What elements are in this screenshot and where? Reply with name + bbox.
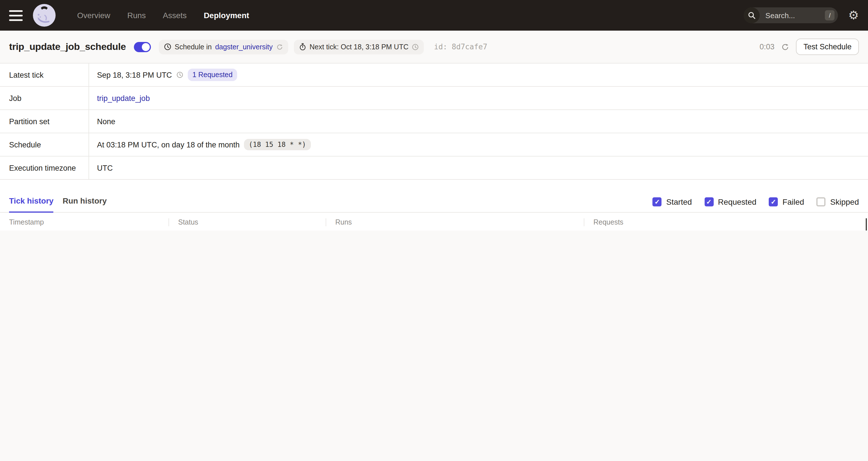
nav-right: / ⚙	[744, 7, 859, 23]
refresh-icon[interactable]	[781, 43, 789, 51]
reload-location-icon[interactable]	[276, 43, 283, 50]
detail-row-latest-tick: Latest tick Sep 18, 3:18 PM UTC 1 Reques…	[0, 64, 868, 87]
checkbox-failed[interactable]	[769, 197, 778, 206]
cron-expression-chip: (18 15 18 * *)	[244, 139, 311, 150]
schedule-toggle[interactable]	[134, 42, 151, 52]
search-icon	[744, 7, 760, 23]
top-nav: Overview Runs Assets Deployment / ⚙	[0, 0, 868, 31]
repo-location-link[interactable]: dagster_university	[215, 43, 273, 51]
nav-item-runs[interactable]: Runs	[127, 11, 146, 20]
tab-run-history[interactable]: Run history	[63, 196, 107, 212]
app-root: Overview Runs Assets Deployment / ⚙ trip…	[0, 0, 868, 230]
column-header-status: Status	[169, 218, 326, 226]
detail-row-schedule: Schedule At 03:18 PM UTC, on day 18 of t…	[0, 133, 868, 157]
status-filters: Started Requested Failed Skipped	[653, 197, 859, 212]
filter-label: Skipped	[830, 197, 859, 206]
clock-icon	[164, 43, 171, 51]
nav-item-overview[interactable]: Overview	[77, 11, 110, 20]
job-link[interactable]: trip_update_job	[97, 94, 150, 102]
detail-label: Latest tick	[0, 64, 89, 86]
next-tick-text: Next tick: Oct 18, 3:18 PM UTC	[309, 43, 408, 51]
detail-label: Partition set	[0, 110, 89, 133]
main-content: Latest tick Sep 18, 3:18 PM UTC 1 Reques…	[0, 63, 868, 230]
schedule-id: id: 8d7cafe7	[434, 42, 487, 51]
filter-label: Started	[666, 197, 692, 206]
filter-requested[interactable]: Requested	[704, 197, 756, 206]
detail-row-timezone: Execution timezone UTC	[0, 157, 868, 180]
table-header-row: Timestamp Status Runs Requests	[0, 212, 868, 230]
test-schedule-button[interactable]: Test Schedule	[796, 39, 859, 55]
page-title: trip_update_job_schedule	[9, 41, 126, 53]
filter-failed[interactable]: Failed	[769, 197, 804, 206]
refresh-countdown: 0:03	[760, 42, 775, 51]
requested-badge[interactable]: 1 Requested	[188, 69, 237, 81]
scrollbar-fragment[interactable]	[866, 218, 867, 230]
checkbox-requested[interactable]	[704, 197, 713, 206]
schedule-details: Latest tick Sep 18, 3:18 PM UTC 1 Reques…	[0, 63, 868, 180]
schedule-location-text: Schedule in	[175, 43, 212, 51]
header-right: 0:03 Test Schedule	[760, 39, 859, 55]
checkbox-started[interactable]	[653, 197, 662, 206]
slash-shortcut-badge: /	[825, 10, 835, 21]
column-header-requests: Requests	[584, 218, 868, 226]
timezone-value: UTC	[97, 164, 113, 172]
tab-tick-history[interactable]: Tick history	[9, 196, 54, 212]
detail-row-partition-set: Partition set None	[0, 110, 868, 133]
search-input[interactable]	[764, 10, 814, 20]
tick-history-table: Timestamp Status Runs Requests Sep 18, 1…	[0, 212, 868, 230]
menu-icon[interactable]	[9, 8, 23, 22]
next-tick-pill: Next tick: Oct 18, 3:18 PM UTC	[293, 39, 424, 54]
tabs-row: Tick history Run history Started Request…	[0, 190, 868, 212]
schedule-location-pill: Schedule in dagster_university	[159, 39, 288, 54]
tabs: Tick history Run history	[9, 196, 107, 212]
dagster-logo-icon[interactable]	[33, 4, 56, 27]
filter-skipped[interactable]: Skipped	[817, 197, 859, 206]
gear-icon[interactable]: ⚙	[848, 9, 859, 21]
nav-item-assets[interactable]: Assets	[163, 11, 187, 20]
schedule-description: At 03:18 PM UTC, on day 18 of the month	[97, 140, 240, 149]
partition-set-value: None	[97, 117, 116, 126]
filter-label: Failed	[783, 197, 804, 206]
column-header-timestamp: Timestamp	[0, 218, 169, 226]
checkbox-skipped[interactable]	[817, 197, 826, 206]
page-header: trip_update_job_schedule Schedule in dag…	[0, 31, 868, 63]
search-box[interactable]: /	[744, 7, 838, 23]
detail-row-job: Job trip_update_job	[0, 87, 868, 110]
detail-label: Schedule	[0, 133, 89, 156]
nav-links: Overview Runs Assets Deployment	[77, 11, 249, 20]
filter-started[interactable]: Started	[653, 197, 692, 206]
column-header-runs: Runs	[326, 218, 584, 226]
nav-item-deployment[interactable]: Deployment	[204, 11, 249, 20]
detail-label: Execution timezone	[0, 157, 89, 179]
detail-label: Job	[0, 87, 89, 109]
latest-tick-time: Sep 18, 3:18 PM UTC	[97, 71, 172, 79]
timer-icon	[299, 43, 306, 51]
clock-small-icon	[412, 43, 419, 50]
clock-small-icon	[177, 71, 183, 78]
filter-label: Requested	[718, 197, 756, 206]
